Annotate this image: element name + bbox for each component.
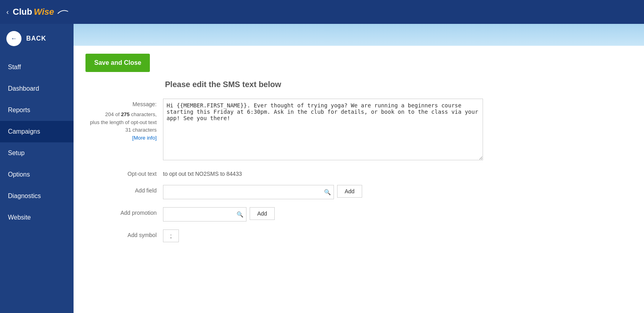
logo-club-text: Club <box>13 7 32 17</box>
main-layout: ← BACK Staff Dashboard Reports Campaigns… <box>0 24 644 313</box>
form-title: Please edit the SMS text below <box>165 80 483 89</box>
save-close-button[interactable]: Save and Close <box>85 54 150 72</box>
form-section: Please edit the SMS text below Message: … <box>85 80 483 242</box>
logo: ‹ Club Wise <box>6 7 68 17</box>
opt-out-row: Opt-out text to opt out txt NO2SMS to 84… <box>85 168 483 177</box>
add-promotion-button[interactable]: Add <box>250 207 275 220</box>
char-count-bold: 275 <box>121 111 130 117</box>
content-body: Save and Close Please edit the SMS text … <box>74 46 644 313</box>
message-textarea[interactable]: Hi {{MEMBER.FIRST_NAME}}. Ever thought o… <box>163 99 483 160</box>
add-symbol-label: Add symbol <box>85 229 163 238</box>
content-area: Save and Close Please edit the SMS text … <box>74 24 644 313</box>
add-field-input[interactable] <box>163 185 334 199</box>
back-circle-icon: ← <box>6 31 21 46</box>
opt-out-label: Opt-out text <box>85 168 163 177</box>
opt-out-value: to opt out txt NO2SMS to 84433 <box>163 168 242 177</box>
add-promotion-input-container: 🔍 <box>163 207 246 222</box>
add-promotion-input[interactable] <box>163 207 246 222</box>
back-label: BACK <box>26 35 46 42</box>
add-field-row: Add field 🔍 Add <box>85 185 483 199</box>
char-count-prefix: 204 of <box>105 111 121 117</box>
top-header: ‹ Club Wise <box>0 0 644 24</box>
back-button[interactable]: ← BACK <box>0 24 74 53</box>
message-label: Message: <box>85 99 163 107</box>
header-back-arrow[interactable]: ‹ <box>6 8 9 16</box>
char-count-suffix: characters, <box>130 111 157 117</box>
add-field-label: Add field <box>85 185 163 194</box>
sidebar-item-setup[interactable]: Setup <box>0 142 74 164</box>
back-arrow-icon: ← <box>11 35 17 42</box>
logo-wise-text: Wise <box>34 7 54 17</box>
char-count: 204 of 275 characters, plus the length o… <box>85 111 163 142</box>
sidebar-nav: Staff Dashboard Reports Campaigns Setup … <box>0 53 74 228</box>
sidebar-item-campaigns[interactable]: Campaigns <box>0 121 74 142</box>
logo-swoosh-icon <box>56 8 68 16</box>
char-count-extra: plus the length of opt-out text 31 chara… <box>90 119 157 133</box>
message-row: Message: 204 of 275 characters, plus the… <box>85 99 483 160</box>
add-field-button[interactable]: Add <box>337 185 362 198</box>
sidebar-item-diagnostics[interactable]: Diagnostics <box>0 185 74 207</box>
add-symbol-button[interactable]: ; <box>163 229 179 242</box>
add-symbol-row: Add symbol ; <box>85 229 483 242</box>
more-info-link[interactable]: [More info] <box>132 135 157 141</box>
add-promotion-label: Add promotion <box>85 207 163 216</box>
sidebar-item-options[interactable]: Options <box>0 164 74 185</box>
add-field-input-container: 🔍 <box>163 185 334 199</box>
sidebar-item-website[interactable]: Website <box>0 207 74 228</box>
sidebar-item-reports[interactable]: Reports <box>0 99 74 121</box>
content-subheader <box>74 24 644 46</box>
sidebar-item-staff[interactable]: Staff <box>0 56 74 78</box>
add-promotion-row: Add promotion 🔍 Add <box>85 207 483 222</box>
sidebar-item-dashboard[interactable]: Dashboard <box>0 78 74 99</box>
sidebar: ← BACK Staff Dashboard Reports Campaigns… <box>0 24 74 313</box>
